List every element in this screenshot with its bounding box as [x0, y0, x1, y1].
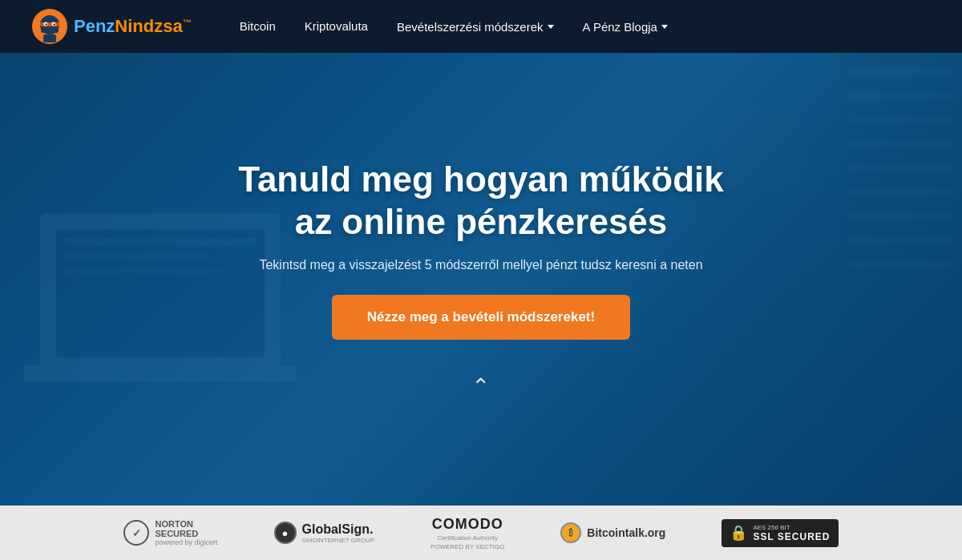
svg-point-6 [53, 23, 55, 25]
svg-rect-2 [40, 22, 59, 26]
nav-bitcoin-link[interactable]: Bitcoin [240, 19, 276, 33]
norton-powered: powered by digicert [155, 538, 217, 546]
hero-section: Tanuld meg hogyan működik az online pénz… [0, 53, 962, 506]
nav-blog-dropdown[interactable]: A Pénz Blogja [583, 20, 668, 34]
comodo-label: COMODO [432, 516, 503, 533]
nav-blog-link[interactable]: A Pénz Blogja [583, 20, 657, 34]
chevron-down-icon [548, 25, 554, 29]
svg-rect-7 [41, 26, 59, 33]
norton-label: NORTON [155, 519, 217, 529]
norton-secured: SECURED [155, 529, 217, 538]
trust-globalsign: ● GlobalSign. GMOINTERNET GROUP [274, 522, 375, 544]
trust-bitcointalk: ₿ Bitcointalk.org [560, 522, 665, 543]
brand-name: PenzNindzsa™ [74, 16, 192, 37]
nav-menu: Bitcoin Kriptovaluta Bevételszerzési mód… [240, 19, 668, 34]
comodo-sub: Certification Authority [437, 534, 498, 542]
trust-norton: ✓ NORTON SECURED powered by digicert [123, 519, 217, 546]
hero-cta-button[interactable]: Nézze meg a bevételi módszereket! [332, 295, 630, 340]
logo-icon [32, 9, 67, 44]
ssl-lock-icon: 🔒 [730, 524, 747, 542]
chevron-down-icon-2 [661, 25, 668, 29]
norton-icon: ✓ [123, 520, 149, 546]
nav-item-bevételszerzési[interactable]: Bevételszerzési módszerek [397, 20, 554, 34]
nav-item-bitcoin[interactable]: Bitcoin [240, 19, 276, 34]
scroll-up-arrow[interactable]: ⌃ [471, 373, 490, 400]
comodo-powered: POWERED BY SECTIGO [430, 543, 504, 550]
logo-nindzsa: Nindzsa [115, 16, 182, 36]
nav-kriptovaluta-link[interactable]: Kriptovaluta [305, 19, 368, 33]
nav-bevételszerzési-link[interactable]: Bevételszerzési módszerek [397, 20, 544, 34]
logo-penz: Penz [74, 16, 115, 36]
svg-rect-8 [43, 34, 56, 42]
trust-ssl: 🔒 AES 256 BIT SSL SECURED [722, 519, 838, 547]
bitcointalk-label: Bitcointalk.org [587, 526, 665, 539]
globalsign-icon: ● [274, 522, 297, 544]
nav-item-kriptovaluta[interactable]: Kriptovaluta [305, 19, 368, 34]
hero-content: Tanuld meg hogyan működik az online pénz… [238, 159, 723, 400]
globalsign-text: GlobalSign. GMOINTERNET GROUP [302, 522, 375, 544]
trust-bar: ✓ NORTON SECURED powered by digicert ● G… [0, 506, 962, 560]
trust-comodo: COMODO Certification Authority POWERED B… [430, 516, 504, 550]
nav-item-blog[interactable]: A Pénz Blogja [583, 20, 668, 34]
brand-trademark: ™ [183, 18, 192, 27]
navbar: PenzNindzsa™ Bitcoin Kriptovaluta Bevéte… [0, 0, 962, 53]
hero-title-line1: Tanuld meg hogyan működik [238, 159, 723, 199]
svg-point-5 [45, 23, 46, 25]
hero-title: Tanuld meg hogyan működik az online pénz… [238, 159, 723, 244]
ssl-top-text: AES 256 BIT [753, 524, 830, 531]
nav-bevételszerzési-dropdown[interactable]: Bevételszerzési módszerek [397, 20, 554, 34]
globalsign-sub: GMOINTERNET GROUP [302, 537, 375, 544]
logo[interactable]: PenzNindzsa™ [32, 9, 192, 44]
hero-subtitle: Tekintsd meg a visszajelzést 5 módszerrő… [259, 258, 702, 272]
globalsign-label: GlobalSign. [302, 522, 375, 537]
norton-text: NORTON SECURED powered by digicert [155, 519, 217, 546]
ssl-text: AES 256 BIT SSL SECURED [753, 524, 830, 542]
bitcointalk-icon: ₿ [560, 522, 581, 543]
ssl-main-text: SSL SECURED [753, 531, 830, 542]
hero-title-line2: az online pénzkeresés [295, 202, 668, 241]
